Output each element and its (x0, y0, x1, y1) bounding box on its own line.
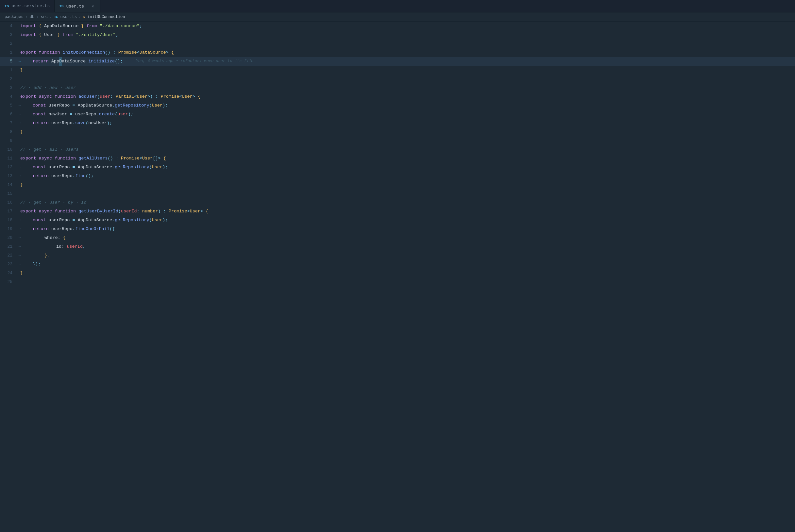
line-num-22: 22 (0, 251, 18, 260)
bc-ts-icon: TS (54, 15, 58, 19)
line-num-10: 10 (0, 145, 18, 154)
line-num-16: 16 (0, 198, 18, 207)
bc-user-ts[interactable]: user.ts (60, 15, 76, 19)
code-line-4: 4 import { AppDataSource } from "./data-… (0, 22, 795, 31)
bc-db[interactable]: db (30, 15, 34, 19)
line-indicator-22: → (18, 251, 21, 260)
line-num-1b: 1 (0, 66, 18, 75)
line-content-4b: export async function addUser(user: Part… (18, 92, 795, 101)
line-content-18: const userRepo = AppDataSource.getReposi… (21, 216, 795, 225)
line-content-23: }); (21, 260, 795, 269)
bc-sep-3: › (50, 15, 52, 19)
line-content-25 (18, 278, 795, 286)
code-line-5b: 5 → const userRepo = AppDataSource.getRe… (0, 101, 795, 110)
code-line-8: 8 } (0, 128, 795, 136)
line-num-2a: 2 (0, 39, 18, 48)
code-line-6: 6 → const newUser = userRepo.create(user… (0, 110, 795, 119)
line-content-8: } (18, 128, 795, 136)
code-line-12: 12 → const userRepo = AppDataSource.getR… (0, 163, 795, 172)
code-line-25: 25 (0, 278, 795, 286)
line-content-14: } (18, 180, 795, 189)
line-indicator-7: → (18, 119, 21, 128)
code-line-1b: 1 } (0, 66, 795, 75)
line-indicator-12: → (18, 163, 21, 172)
line-content-2b (18, 75, 795, 83)
code-line-16: 16 // · get · user · by · id (0, 198, 795, 207)
code-line-7: 7 → return userRepo.save(newUser); (0, 119, 795, 128)
line-num-7: 7 (0, 119, 18, 128)
line-num-8: 8 (0, 128, 18, 136)
line-num-2b: 2 (0, 75, 18, 83)
line-content-7: return userRepo.save(newUser); (21, 119, 795, 128)
code-line-3: 3 import { User } from "./entity/User"; (0, 31, 795, 39)
code-line-3b: 3 // · add · new · user (0, 83, 795, 92)
line-content-19: return userRepo.findOneOrFail({ (21, 225, 795, 233)
bc-src[interactable]: src (40, 15, 48, 19)
code-line-2a: 2 (0, 39, 795, 48)
line-num-21: 21 (0, 242, 18, 251)
line-num-18: 18 (0, 216, 18, 225)
line-num-3: 3 (0, 31, 18, 39)
line-content-3b: // · add · new · user (18, 83, 795, 92)
tab-label-user-service: user.service.ts (12, 4, 50, 8)
line-content-1b: } (18, 66, 795, 75)
bc-packages[interactable]: packages (4, 15, 23, 19)
code-line-5: 5 → return AppDataSource.initialize(); Y… (0, 57, 795, 66)
line-num-23: 23 (0, 260, 18, 269)
line-num-14: 14 (0, 180, 18, 189)
code-line-9: 9 (0, 136, 795, 145)
tab-close-button[interactable]: ✕ (90, 4, 95, 9)
bc-sep-1: › (25, 15, 28, 19)
line-content-4: import { AppDataSource } from "./data-so… (18, 22, 795, 31)
line-content-17: export async function getUserByUserId(us… (18, 207, 795, 216)
line-content-3: import { User } from "./entity/User"; (18, 31, 795, 39)
code-line-4b: 4 export async function addUser(user: Pa… (0, 92, 795, 101)
line-num-5: 5 (0, 57, 18, 66)
code-line-18: 18 → const userRepo = AppDataSource.getR… (0, 216, 795, 225)
line-content-6: const newUser = userRepo.create(user); (21, 110, 795, 119)
line-content-13: return userRepo.find(); (21, 172, 795, 180)
line-num-20: 20 (0, 233, 18, 242)
code-line-24: 24 } (0, 269, 795, 278)
code-line-21: 21 → id: userId, (0, 242, 795, 251)
code-line-11: 11 export async function getAllUsers() :… (0, 154, 795, 163)
line-content-5: return AppDataSource.initialize(); You, … (21, 57, 795, 66)
line-num-5b: 5 (0, 101, 18, 110)
code-line-20: 20 → where: { (0, 233, 795, 242)
tab-user[interactable]: TS user.ts ✕ (55, 0, 100, 12)
code-line-15: 15 (0, 189, 795, 198)
line-content-2a (18, 39, 795, 48)
tab-user-service[interactable]: TS user.service.ts (0, 0, 55, 12)
line-content-16: // · get · user · by · id (18, 198, 795, 207)
line-num-4: 4 (0, 22, 18, 31)
bc-sep-2: › (36, 15, 39, 19)
code-line-22: 22 → }, (0, 251, 795, 260)
line-num-9: 9 (0, 136, 18, 145)
line-indicator-21: → (18, 242, 21, 251)
code-line-2b: 2 (0, 75, 795, 83)
code-line-10: 10 // · get · all · users (0, 145, 795, 154)
line-content-22: }, (21, 251, 795, 260)
tab-bar: TS user.service.ts TS user.ts ✕ (0, 0, 795, 13)
git-blame: You, 4 weeks ago • refactor: move user t… (136, 57, 254, 66)
line-num-11: 11 (0, 154, 18, 163)
line-indicator-23: → (18, 260, 21, 269)
line-num-4b: 4 (0, 92, 18, 101)
line-num-15: 15 (0, 189, 18, 198)
line-indicator-6: → (18, 110, 21, 119)
code-line-1a: 1 export function initDbConnection() : P… (0, 48, 795, 57)
line-num-19: 19 (0, 225, 18, 233)
line-num-25: 25 (0, 278, 18, 286)
code-line-17: 17 export async function getUserByUserId… (0, 207, 795, 216)
breadcrumb: packages › db › src › TS user.ts › ⊙ ini… (0, 13, 795, 22)
bc-sep-4: › (79, 15, 81, 19)
line-num-13: 13 (0, 172, 18, 180)
bc-func-name[interactable]: initDbConnection (87, 15, 125, 19)
line-content-11: export async function getAllUsers() : Pr… (18, 154, 795, 163)
ts-icon-2: TS (59, 4, 63, 8)
code-line-13: 13 → return userRepo.find(); (0, 172, 795, 180)
line-content-10: // · get · all · users (18, 145, 795, 154)
line-content-9 (18, 136, 795, 145)
line-content-21: id: userId, (21, 242, 795, 251)
line-indicator-18: → (18, 216, 21, 225)
